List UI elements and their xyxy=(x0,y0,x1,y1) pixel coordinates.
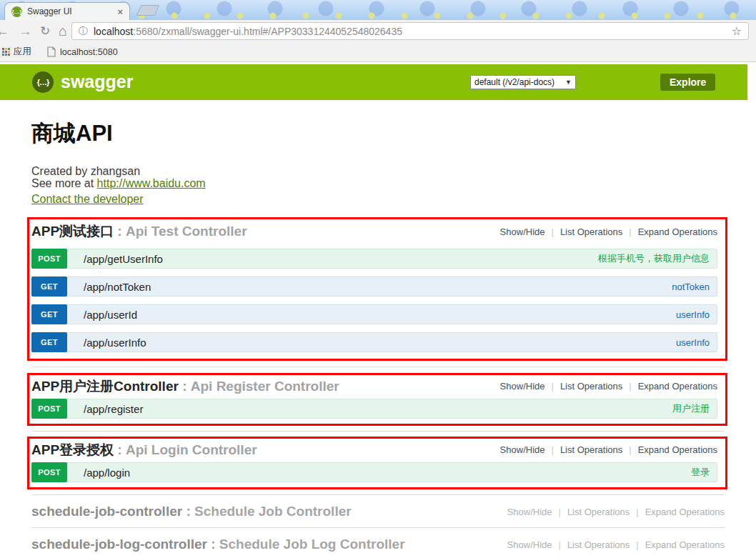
resource-name[interactable]: APP用户注册Controller xyxy=(31,377,179,396)
method-badge-get: GET xyxy=(31,304,67,324)
endpoint-row[interactable]: GET /app/userInfo userInfo xyxy=(31,332,717,352)
resource-name[interactable]: APP登录授权 xyxy=(31,441,114,459)
expand-operations-link[interactable]: Expand Operations xyxy=(638,444,717,455)
show-hide-link[interactable]: Show/Hide xyxy=(500,226,545,237)
home-icon[interactable]: ⌂ xyxy=(59,21,67,41)
resource-name[interactable]: APP测试接口 xyxy=(31,222,114,241)
endpoint-summary-link[interactable]: userInfo xyxy=(676,309,710,320)
resource-actions: Show/Hide | List Operations | Expand Ope… xyxy=(500,381,717,392)
endpoint-path-link[interactable]: /app/notToken xyxy=(84,281,151,293)
method-badge-get: GET xyxy=(31,276,67,297)
pipe-divider: | xyxy=(636,539,638,550)
back-icon[interactable]: ← xyxy=(0,21,9,41)
list-operations-link[interactable]: List Operations xyxy=(567,507,630,517)
pipe-divider: | xyxy=(558,507,560,517)
resource-name[interactable]: schedule-job-controller xyxy=(31,504,182,519)
api-docs-select[interactable]: default (/v2/api-docs) ▼ xyxy=(470,75,576,89)
endpoint-row[interactable]: POST /app/register 用户注册 xyxy=(31,399,717,419)
tab-close-icon[interactable]: × xyxy=(117,6,123,17)
endpoint-path-link[interactable]: /app/getUserInfo xyxy=(84,253,163,265)
endpoint-summary-link[interactable]: notToken xyxy=(672,282,710,292)
resource-name[interactable]: schedule-job-log-controller xyxy=(31,537,207,552)
expand-operations-link[interactable]: Expand Operations xyxy=(645,539,725,550)
list-operations-link[interactable]: List Operations xyxy=(560,381,622,392)
swagger-logo-icon: {…} xyxy=(32,71,54,93)
resource-separator: : xyxy=(179,379,191,394)
resource-separator: : xyxy=(182,504,194,519)
endpoint-summary-link[interactable]: 登录 xyxy=(691,466,710,479)
expand-operations-link[interactable]: Expand Operations xyxy=(638,381,717,392)
new-tab-button[interactable] xyxy=(136,5,160,16)
expand-operations-link[interactable]: Expand Operations xyxy=(638,226,717,237)
chevron-down-icon: ▼ xyxy=(565,79,572,86)
endpoint-path-link[interactable]: /app/login xyxy=(84,467,130,479)
bookmark-apps[interactable]: 应用 xyxy=(14,46,31,58)
resource-description: Api Register Controller xyxy=(191,379,339,394)
resource-actions: Show/Hide | List Operations | Expand Ope… xyxy=(500,444,717,455)
resource-description: Api Login Controller xyxy=(126,442,257,458)
endpoint-row[interactable]: POST /app/getUserInfo 根据手机号，获取用户信息 xyxy=(31,249,717,269)
endpoint-path-link[interactable]: /app/userId xyxy=(84,309,137,321)
annotation-box-1: APP测试接口 : Api Test Controller Show/Hide … xyxy=(27,217,727,361)
address-bar[interactable]: ⓘ localhost :5680/zxmall/swagger-ui.html… xyxy=(71,22,749,40)
resource-actions: Show/Hide | List Operations | Expand Ope… xyxy=(507,539,725,550)
method-badge-post: POST xyxy=(31,399,67,419)
endpoint-row[interactable]: POST /app/login 登录 xyxy=(31,462,717,482)
annotation-box-2: APP用户注册Controller : Api Register Control… xyxy=(27,373,727,426)
annotation-box-3: APP登录授权 : Api Login Controller Show/Hide… xyxy=(27,437,727,489)
show-hide-link[interactable]: Show/Hide xyxy=(500,444,545,455)
page-icon xyxy=(47,46,56,57)
resource-description: Schedule Job Controller xyxy=(194,504,352,519)
bookmark-localhost[interactable]: localhost:5080 xyxy=(47,46,118,57)
endpoint-row[interactable]: GET /app/notToken notToken xyxy=(31,276,717,297)
endpoint-path-link[interactable]: /app/register xyxy=(84,403,143,415)
pipe-divider: | xyxy=(629,226,631,237)
browser-tab[interactable]: {…} Swagger UI × xyxy=(4,2,130,20)
pipe-divider: | xyxy=(551,226,553,237)
see-more-line: See more at http://www.baidu.com xyxy=(31,177,756,189)
resource-header-api-login: APP登录授权 : Api Login Controller Show/Hide… xyxy=(31,440,717,458)
swagger-favicon-icon: {…} xyxy=(11,6,22,17)
list-operations-link[interactable]: List Operations xyxy=(560,444,622,455)
list-operations-link[interactable]: List Operations xyxy=(560,226,622,237)
resource-description: Schedule Job Log Controller xyxy=(219,537,405,552)
pipe-divider: | xyxy=(636,507,638,517)
forward-icon[interactable]: → xyxy=(19,21,32,41)
pipe-divider: | xyxy=(558,539,560,550)
browser-tab-strip: {…} Swagger UI × xyxy=(0,0,756,20)
endpoint-row[interactable]: GET /app/userId userInfo xyxy=(31,304,717,324)
method-badge-post: POST xyxy=(31,462,67,482)
bookmark-localhost-label: localhost:5080 xyxy=(60,47,118,57)
apps-grid-icon[interactable] xyxy=(2,48,4,50)
api-docs-select-value: default (/v2/api-docs) xyxy=(474,77,554,87)
show-hide-link[interactable]: Show/Hide xyxy=(500,381,545,392)
bookmarks-bar: 应用 localhost:5080 xyxy=(0,42,756,62)
pipe-divider: | xyxy=(551,444,553,455)
page-info-icon[interactable]: ⓘ xyxy=(79,25,88,38)
endpoint-path-link[interactable]: /app/userInfo xyxy=(84,337,146,349)
pipe-divider: | xyxy=(629,444,631,455)
section-divider xyxy=(31,431,725,432)
resource-actions: Show/Hide | List Operations | Expand Ope… xyxy=(500,226,717,237)
swagger-header: {…} swagger default (/v2/api-docs) ▼ Exp… xyxy=(0,64,747,100)
show-hide-link[interactable]: Show/Hide xyxy=(507,507,552,517)
endpoint-summary-link[interactable]: 用户注册 xyxy=(672,402,710,415)
resource-header-api-register: APP用户注册Controller : Api Register Control… xyxy=(31,377,717,394)
browser-toolbar: ← → ↻ ⌂ ⓘ localhost :5680/zxmall/swagger… xyxy=(0,20,756,42)
created-by-line: Created by zhangsan xyxy=(31,165,756,177)
resource-separator: : xyxy=(207,537,219,552)
resource-header-api-test: APP测试接口 : Api Test Controller Show/Hide … xyxy=(31,221,717,241)
list-operations-link[interactable]: List Operations xyxy=(567,539,630,550)
endpoint-summary-link[interactable]: userInfo xyxy=(676,337,710,348)
contact-developer-link[interactable]: Contact the developer xyxy=(31,193,144,205)
resource-separator: : xyxy=(114,224,126,239)
expand-operations-link[interactable]: Expand Operations xyxy=(645,507,725,517)
explore-button[interactable]: Explore xyxy=(660,74,715,91)
reload-icon[interactable]: ↻ xyxy=(40,21,50,41)
endpoint-summary-link[interactable]: 根据手机号，获取用户信息 xyxy=(598,252,710,265)
see-more-link[interactable]: http://www.baidu.com xyxy=(97,177,206,189)
bookmark-star-icon[interactable]: ☆ xyxy=(732,24,742,38)
show-hide-link[interactable]: Show/Hide xyxy=(507,539,552,550)
url-host: localhost xyxy=(94,26,133,37)
pipe-divider: | xyxy=(629,381,631,392)
